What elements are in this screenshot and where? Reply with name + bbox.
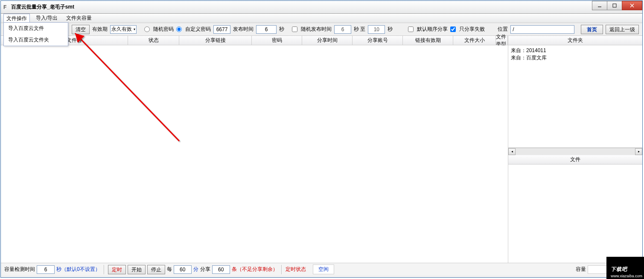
timer-button[interactable]: 定时 (108, 265, 126, 274)
file-ops-dropdown: 导入百度云文件 导入百度云文件夹 (3, 22, 68, 46)
list-item[interactable]: 来自：2014011 (511, 47, 640, 54)
back-button[interactable]: 返回上一级 (606, 25, 639, 34)
seconds-label-2: 秒 (388, 26, 393, 33)
share-count-input[interactable] (212, 265, 230, 274)
col-link[interactable]: 分享链接 (179, 36, 252, 45)
random-from-input[interactable] (334, 25, 351, 34)
every-input[interactable] (174, 265, 192, 274)
random-password-radio[interactable] (144, 26, 150, 32)
scroll-left-icon[interactable]: ◂ (508, 148, 516, 155)
menu-bar: 文件操作 导入/导出 文件夹容量 (1, 14, 642, 23)
default-order-label: 默认顺序分享 (417, 26, 448, 33)
minute-label: 分 (193, 266, 198, 273)
capacity-label: 容量 (576, 266, 586, 273)
start-button[interactable]: 开始 (128, 265, 146, 274)
file-list[interactable] (508, 164, 642, 267)
maximize-button[interactable] (607, 1, 622, 10)
col-shared-time[interactable]: 分享时间 (302, 36, 353, 45)
capacity-check-input[interactable] (37, 265, 55, 274)
menu-folder-capacity[interactable]: 文件夹容量 (64, 14, 94, 23)
folder-list[interactable]: 来自：2014011 来自：百度文库 (508, 45, 642, 148)
default-order-checkbox[interactable] (408, 26, 414, 32)
only-failed-checkbox[interactable] (450, 26, 456, 32)
validity-select[interactable]: 永久有效▾ (110, 25, 137, 34)
title-bar: F 百度云批量分享_老毛子smt (1, 1, 642, 14)
chevron-down-icon: ▾ (134, 27, 135, 31)
location-input[interactable] (510, 25, 574, 34)
timer-status-label: 定时状态 (286, 266, 306, 273)
share-hint: 条（不足分享剩余） (232, 266, 278, 273)
random-password-label: 随机密码 (153, 26, 174, 33)
folder-scrollbar[interactable]: ◂ ▸ (508, 148, 642, 155)
menu-file-ops[interactable]: 文件操作 (3, 14, 30, 23)
table-header: 编号 文件名 状态 分享链接 密码 分享时间 分享账号 链接有效期 文件大小 文… (1, 36, 508, 45)
col-account[interactable]: 分享账号 (353, 36, 403, 45)
only-failed-label: 只分享失败 (459, 26, 485, 33)
menu-import-export[interactable]: 导入/导出 (33, 14, 60, 23)
share-label: 分享 (200, 266, 210, 273)
capacity-hint: 秒（默认0不设置） (56, 266, 100, 273)
window-title: 百度云批量分享_老毛子smt (11, 3, 74, 11)
import-baidu-folder[interactable]: 导入百度云文件夹 (4, 34, 68, 46)
folder-panel-header: 文件夹 (508, 36, 642, 45)
publish-time-input[interactable] (256, 25, 277, 34)
every-label: 每 (167, 266, 172, 273)
seconds-label-1: 秒 (279, 26, 284, 33)
left-panel: 编号 文件名 状态 分享链接 密码 分享时间 分享账号 链接有效期 文件大小 文… (1, 36, 508, 274)
timer-status-value: 空闲 (313, 264, 334, 274)
custom-password-input[interactable] (213, 25, 230, 34)
table-body (1, 45, 508, 274)
status-bar: 容量检测时间 秒（默认0不设置） 定时 开始 停止 每 分 分享 条（不足分享剩… (1, 263, 642, 276)
location-label: 位置 (498, 26, 508, 33)
minimize-button[interactable] (592, 1, 607, 10)
main-area: 编号 文件名 状态 分享链接 密码 分享时间 分享账号 链接有效期 文件大小 文… (1, 36, 642, 274)
watermark-text: 下载吧 (611, 266, 627, 272)
seconds-to-label: 秒 至 (354, 26, 365, 33)
app-icon: F (3, 4, 9, 10)
watermark-url: www.xiazaiba.com (611, 274, 642, 278)
capacity-check-label: 容量检测时间 (4, 266, 35, 273)
stop-button[interactable]: 停止 (147, 265, 165, 274)
random-publish-checkbox[interactable] (292, 26, 297, 32)
right-panel: 文件夹 来自：2014011 来自：百度文库 ◂ ▸ 文件 ◂ ▸ (508, 36, 642, 274)
validity-label: 有效期 (92, 26, 108, 33)
custom-password-label: 自定义密码 (185, 26, 211, 33)
random-publish-label: 随机发布时间 (301, 26, 332, 33)
import-baidu-file[interactable]: 导入百度云文件 (4, 23, 68, 34)
custom-password-radio[interactable] (176, 26, 182, 32)
col-size[interactable]: 文件大小 (453, 36, 496, 45)
close-button[interactable] (622, 1, 642, 10)
scroll-track[interactable] (516, 148, 635, 155)
watermark: 下载吧 www.xiazaiba.com (606, 257, 644, 279)
toolbar: 清空 有效期 永久有效▾ 随机密码 自定义密码 发布时间 秒 随机发布时间 秒 … (1, 23, 642, 36)
scroll-right-icon[interactable]: ▸ (635, 148, 642, 155)
col-password[interactable]: 密码 (252, 36, 302, 45)
col-status[interactable]: 状态 (128, 36, 179, 45)
file-panel-header: 文件 (508, 155, 642, 164)
random-to-input[interactable] (368, 25, 385, 34)
home-button[interactable]: 首页 (581, 25, 603, 34)
publish-time-label: 发布时间 (233, 26, 254, 33)
clear-button[interactable]: 清空 (72, 25, 90, 34)
col-expiry[interactable]: 链接有效期 (403, 36, 453, 45)
col-type[interactable]: 文件类型 (496, 36, 508, 45)
svg-rect-1 (613, 4, 616, 7)
list-item[interactable]: 来自：百度文库 (511, 54, 640, 62)
